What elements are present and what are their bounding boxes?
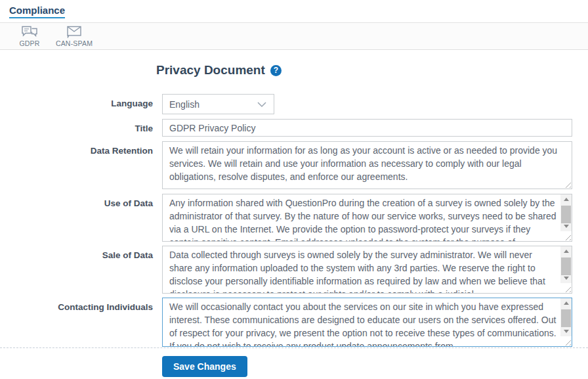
title-input[interactable]: [162, 119, 572, 137]
language-selected-value: English: [169, 99, 257, 110]
scrollbar-thumb[interactable]: [561, 257, 571, 275]
triangle-down-icon: [564, 277, 569, 280]
resize-handle-icon[interactable]: [563, 233, 571, 240]
toolbar-item-gdpr[interactable]: GDPR: [10, 23, 49, 49]
chevron-down-icon: [257, 99, 267, 110]
triangle-up-icon: [564, 198, 569, 201]
sale-of-data-label: Sale of Data: [0, 246, 153, 294]
page-title: Privacy Document: [156, 63, 265, 78]
resize-handle-icon[interactable]: [563, 338, 571, 346]
scroll-up-button[interactable]: [560, 194, 572, 204]
triangle-down-icon: [564, 225, 569, 228]
scroll-up-button[interactable]: [560, 298, 572, 308]
page-heading: Privacy Document ?: [156, 63, 588, 78]
help-icon[interactable]: ?: [270, 65, 282, 76]
use-of-data-label: Use of Data: [0, 194, 153, 242]
scrollbar[interactable]: [560, 246, 572, 283]
title-label: Title: [0, 119, 153, 137]
data-retention-textarea[interactable]: We will retain your information for as l…: [162, 141, 572, 189]
compliance-toolbar: GDPR CAN-SPAM: [0, 22, 588, 50]
contacting-individuals-label: Contacting Individuals: [0, 298, 153, 347]
contacting-individuals-textarea[interactable]: We will occasionally contact you about t…: [162, 298, 572, 347]
scrollbar-track[interactable]: [560, 256, 572, 273]
data-retention-text[interactable]: We will retain your information for as l…: [163, 142, 572, 189]
triangle-up-icon: [564, 301, 569, 305]
contacting-individuals-text[interactable]: We will occasionally contact you about t…: [163, 298, 562, 347]
save-changes-button[interactable]: Save Changes: [162, 356, 247, 377]
scrollbar-track[interactable]: [560, 308, 572, 326]
scroll-down-button[interactable]: [560, 326, 572, 336]
use-of-data-textarea[interactable]: Any information shared with QuestionPro …: [162, 194, 572, 242]
resize-handle-icon[interactable]: [563, 284, 571, 292]
triangle-down-icon: [564, 330, 569, 333]
privacy-document-form: Language English Title Data Retention We…: [0, 94, 588, 347]
toolbar-item-label: CAN-SPAM: [56, 39, 93, 47]
speech-bubbles-icon: [21, 25, 38, 38]
scrollbar-thumb[interactable]: [561, 206, 571, 223]
scroll-up-button[interactable]: [560, 246, 572, 256]
language-select[interactable]: English: [162, 94, 274, 114]
scrollbar-thumb[interactable]: [561, 309, 571, 327]
section-divider: [0, 347, 588, 348]
scrollbar[interactable]: [560, 298, 572, 336]
use-of-data-text[interactable]: Any information shared with QuestionPro …: [163, 194, 562, 242]
top-nav: Compliance: [0, 0, 588, 22]
breadcrumb-compliance-link[interactable]: Compliance: [9, 5, 65, 18]
toolbar-item-label: GDPR: [19, 39, 39, 47]
sale-of-data-text[interactable]: Data collected through surveys is owned …: [163, 246, 562, 294]
scrollbar[interactable]: [560, 194, 572, 231]
envelope-icon: [66, 25, 83, 38]
scrollbar-track[interactable]: [560, 204, 572, 221]
data-retention-label: Data Retention: [0, 141, 153, 189]
toolbar-item-can-spam[interactable]: CAN-SPAM: [55, 23, 93, 49]
language-label: Language: [0, 94, 153, 114]
sale-of-data-textarea[interactable]: Data collected through surveys is owned …: [162, 246, 572, 294]
triangle-up-icon: [564, 250, 569, 253]
